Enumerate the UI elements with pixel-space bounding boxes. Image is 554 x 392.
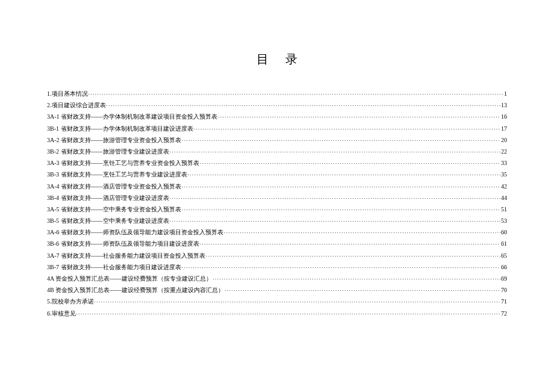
toc-dots: [107, 102, 501, 107]
toc-entry-label: 6.审核意见: [47, 311, 76, 317]
toc-entry: 3A-1 省财政支持——办学体制机制改革建设项目资金投入预算表16: [47, 113, 507, 120]
toc-entry-label: 3B-4 省财政支持——酒店管理专业建设进度表: [47, 195, 169, 201]
toc-entry: 3A-4 省财政支持——酒店管理专业资金投入预算表42: [47, 183, 507, 190]
toc-entry-label: 3A-6 省财政支持——师资队伍及领导能力建设项目资金投入预算表: [47, 229, 223, 235]
toc-entry: 5.院校举办方承诺71: [47, 298, 507, 305]
toc-entry-label: 4A 资金投入预算汇总表——建设经费预算（按专业建设汇总）: [47, 276, 212, 282]
toc-dots: [200, 160, 500, 165]
toc-entry-page: 66: [501, 264, 507, 270]
toc-entry-page: 16: [501, 114, 507, 120]
toc-entry: 3A-7 省财政支持——社会服务能力建设项目资金投入预算表65: [47, 252, 507, 259]
toc-dots: [225, 287, 500, 292]
toc-entry-label: 5.院校举办方承诺: [47, 299, 94, 305]
toc-entry-label: 3B-3 省财政支持——烹饪工艺与营养专业建设进度表: [47, 172, 187, 178]
toc-entry: 3B-6 省财政支持——师资队伍及领导能力项目建设进度表61: [47, 240, 507, 247]
toc-dots: [95, 298, 501, 303]
toc-dots: [170, 148, 501, 154]
toc-dots: [206, 252, 500, 258]
toc-entry-page: 71: [501, 299, 507, 305]
toc-entry-page: 60: [501, 229, 507, 235]
toc-entry: 3B-4 省财政支持——酒店管理专业建设进度表44: [47, 194, 507, 201]
toc-entry-page: 70: [501, 287, 507, 293]
toc-entry: 2.项目建设综合进度表13: [47, 102, 507, 108]
toc-dots: [194, 125, 501, 131]
toc-entry-page: 13: [501, 102, 507, 108]
toc-dots: [188, 171, 501, 176]
toc-entry-page: 17: [501, 126, 507, 132]
toc-entry-page: 35: [501, 172, 507, 178]
toc-entry: 3B-7 省财政支持——社会服务能力项目建设进度表66: [47, 264, 507, 270]
toc-entry-label: 3A-2 省财政支持——旅游管理专业资金投入预算表: [47, 137, 181, 143]
toc-dots: [76, 310, 501, 316]
toc-entry-page: 72: [501, 311, 507, 317]
toc-entry: 3B-2 省财政支持——旅游管理专业建设进度表22: [47, 148, 507, 155]
toc-dots: [213, 275, 500, 281]
toc-dots: [224, 229, 500, 234]
toc-entry-label: 1.项目基本情况: [47, 91, 88, 97]
document-page: 目录 1.项目基本情况12.项目建设综合进度表133A-1 省财政支持——办学体…: [0, 0, 554, 340]
toc-entry-page: 69: [501, 276, 507, 282]
toc-entry-page: 42: [501, 184, 507, 190]
toc-entry-label: 3A-4 省财政支持——酒店管理专业资金投入预算表: [47, 184, 181, 190]
toc-entry-label: 4B 资金投入预算汇总表——建设经费预算（按重点建设内容汇总）: [47, 287, 224, 293]
toc-entry: 4A 资金投入预算汇总表——建设经费预算（按专业建设汇总）69: [47, 275, 507, 282]
toc-entry-label: 3A-3 省财政支持——烹饪工艺与营养专业资金投入预算表: [47, 160, 199, 166]
toc-title: 目录: [47, 51, 507, 67]
toc-entry: 3A-3 省财政支持——烹饪工艺与营养专业资金投入预算表33: [47, 160, 507, 166]
toc-dots: [218, 113, 500, 119]
toc-entry-label: 3B-1 省财政支持——办学体制机制改革项目建设进度表: [47, 126, 193, 132]
toc-entry-page: 65: [501, 253, 507, 259]
toc-entry: 6.审核意见72: [47, 310, 507, 317]
toc-entry-label: 3A-1 省财政支持——办学体制机制改革建设项目资金投入预算表: [47, 114, 217, 120]
toc-entry-label: 3A-7 省财政支持——社会服务能力建设项目资金投入预算表: [47, 253, 205, 259]
toc-entry-label: 3B-6 省财政支持——师资队伍及领导能力项目建设进度表: [47, 241, 199, 247]
toc-entry-page: 1: [504, 91, 507, 97]
toc-dots: [182, 264, 501, 269]
toc-dots: [182, 183, 500, 188]
toc-entry-page: 61: [501, 241, 507, 247]
toc-entry-page: 22: [501, 149, 507, 155]
toc-dots: [170, 217, 501, 223]
toc-entry: 3A-5 省财政支持——空中乘务专业资金投入预算表51: [47, 206, 507, 213]
toc-entry-label: 3B-5 省财政支持——空中乘务专业建设进度表: [47, 218, 169, 224]
toc-entry: 3B-5 省财政支持——空中乘务专业建设进度表53: [47, 217, 507, 224]
toc-entry: 3B-1 省财政支持——办学体制机制改革项目建设进度表17: [47, 125, 507, 132]
toc-dots: [182, 137, 500, 142]
toc-entry-page: 51: [501, 207, 507, 213]
toc-dots: [170, 194, 501, 200]
toc-dots: [200, 240, 501, 246]
toc-entry-page: 53: [501, 218, 507, 224]
toc-dots: [182, 206, 500, 211]
toc-entry: 3A-2 省财政支持——旅游管理专业资金投入预算表20: [47, 137, 507, 143]
toc-entry-label: 3B-2 省财政支持——旅游管理专业建设进度表: [47, 149, 169, 155]
toc-entry-label: 3B-7 省财政支持——社会服务能力项目建设进度表: [47, 264, 181, 270]
toc-entry: 3A-6 省财政支持——师资队伍及领导能力建设项目资金投入预算表60: [47, 229, 507, 235]
toc-dots: [89, 90, 504, 96]
toc-list: 1.项目基本情况12.项目建设综合进度表133A-1 省财政支持——办学体制机制…: [47, 90, 507, 317]
toc-entry: 1.项目基本情况1: [47, 90, 507, 97]
toc-entry: 3B-3 省财政支持——烹饪工艺与营养专业建设进度表35: [47, 171, 507, 178]
toc-entry-page: 44: [501, 195, 507, 201]
toc-entry: 4B 资金投入预算汇总表——建设经费预算（按重点建设内容汇总）70: [47, 287, 507, 293]
toc-entry-page: 33: [501, 160, 507, 166]
toc-entry-page: 20: [501, 137, 507, 143]
toc-entry-label: 3A-5 省财政支持——空中乘务专业资金投入预算表: [47, 207, 181, 213]
toc-entry-label: 2.项目建设综合进度表: [47, 102, 106, 108]
